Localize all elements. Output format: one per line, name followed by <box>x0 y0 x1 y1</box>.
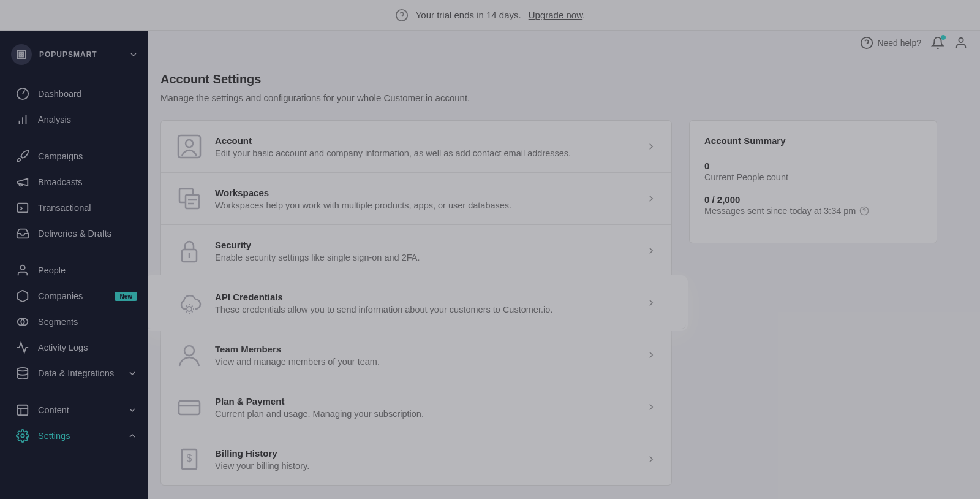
help-circle-icon <box>860 36 873 50</box>
row-description: View and manage members of your team. <box>215 357 633 367</box>
terminal-icon <box>16 201 29 215</box>
svg-point-24 <box>186 140 193 147</box>
messages-label: Messages sent since today at 3:34 pm <box>704 206 922 216</box>
rocket-icon <box>16 150 29 163</box>
sidebar-item-label: Companies <box>38 291 106 301</box>
row-description: Edit your basic account and company info… <box>215 148 633 158</box>
sidebar-item-campaigns[interactable]: Campaigns <box>0 143 148 169</box>
svg-rect-11 <box>18 204 28 213</box>
sidebar-item-broadcasts[interactable]: Broadcasts <box>0 169 148 195</box>
sidebar-item-label: Data & Integrations <box>38 368 119 378</box>
row-title: Workspaces <box>215 188 633 198</box>
sidebar-item-segments[interactable]: Segments <box>0 309 148 335</box>
user-outline-icon <box>176 341 203 368</box>
svg-point-31 <box>187 307 192 311</box>
svg-rect-3 <box>19 52 21 54</box>
svg-point-15 <box>18 368 28 371</box>
settings-row-account[interactable]: AccountEdit your basic account and compa… <box>161 121 671 173</box>
settings-row-team-members[interactable]: Team MembersView and manage members of y… <box>161 329 671 381</box>
new-badge: New <box>115 292 137 301</box>
user-menu-icon[interactable] <box>954 36 968 50</box>
sidebar-item-companies[interactable]: CompaniesNew <box>0 283 148 309</box>
svg-point-22 <box>959 37 963 42</box>
gear-icon <box>16 429 29 443</box>
megaphone-icon <box>16 175 29 189</box>
row-title: Billing History <box>215 448 633 459</box>
sidebar-item-label: Segments <box>38 317 137 327</box>
top-bar: Need help? <box>148 31 980 55</box>
chevron-right-icon <box>646 349 657 360</box>
svg-point-19 <box>21 434 24 438</box>
messages-value: 0 / 2,000 <box>704 194 922 205</box>
sidebar: POPUPSMART DashboardAnalysisCampaignsBro… <box>0 31 148 499</box>
sidebar-item-label: Broadcasts <box>38 177 137 187</box>
chevron-right-icon <box>646 141 657 152</box>
account-icon <box>176 133 203 160</box>
gauge-icon <box>16 87 29 101</box>
upgrade-link[interactable]: Upgrade now <box>529 10 582 20</box>
svg-rect-5 <box>19 55 21 57</box>
sidebar-item-transactional[interactable]: Transactional <box>0 195 148 221</box>
need-help-link[interactable]: Need help? <box>860 36 921 50</box>
sidebar-item-label: Transactional <box>38 203 137 213</box>
workspace-name: POPUPSMART <box>39 50 121 59</box>
cube-icon <box>16 289 29 303</box>
sidebar-item-analysis[interactable]: Analysis <box>0 107 148 132</box>
row-description: Current plan and usage. Managing your su… <box>215 409 633 419</box>
svg-text:$: $ <box>187 453 192 463</box>
svg-rect-26 <box>186 195 199 208</box>
account-summary-card: Account Summary 0 Current People count 0… <box>689 120 937 243</box>
circles-icon <box>16 315 29 329</box>
row-title: Security <box>215 240 633 250</box>
sidebar-item-dashboard[interactable]: Dashboard <box>0 81 148 107</box>
settings-row-security[interactable]: SecurityEnable security settings like si… <box>161 225 671 277</box>
chart-icon <box>16 113 29 126</box>
settings-list: AccountEdit your basic account and compa… <box>160 120 672 486</box>
people-count-value: 0 <box>704 161 922 171</box>
layout-icon <box>16 403 29 417</box>
settings-row-workspaces[interactable]: WorkspacesWorkspaces help you work with … <box>161 173 671 225</box>
page-subtitle: Manage the settings and configurations f… <box>160 93 968 103</box>
settings-row-plan-payment[interactable]: Plan & PaymentCurrent plan and usage. Ma… <box>161 381 671 433</box>
sidebar-item-settings[interactable]: Settings <box>0 423 148 449</box>
sidebar-item-content[interactable]: Content <box>0 397 148 423</box>
row-title: API Credentials <box>215 292 633 302</box>
trial-banner: Your trial ends in 14 days. Upgrade now. <box>0 0 980 31</box>
sidebar-item-label: Campaigns <box>38 151 137 161</box>
row-description: Workspaces help you work with multiple p… <box>215 200 633 210</box>
database-icon <box>16 367 29 380</box>
sidebar-item-activity-logs[interactable]: Activity Logs <box>0 335 148 360</box>
receipt-icon: $ <box>176 446 203 473</box>
notification-dot <box>941 35 946 40</box>
sidebar-item-label: Dashboard <box>38 89 137 99</box>
sidebar-item-data-integrations[interactable]: Data & Integrations <box>0 360 148 386</box>
row-description: View your billing history. <box>215 461 633 471</box>
sidebar-item-deliveries-drafts[interactable]: Deliveries & Drafts <box>0 221 148 246</box>
row-title: Plan & Payment <box>215 396 633 406</box>
svg-rect-6 <box>22 55 24 57</box>
row-title: Account <box>215 135 633 146</box>
chevron-right-icon <box>646 402 657 413</box>
svg-rect-16 <box>18 405 28 416</box>
chevron-down-icon <box>129 50 138 59</box>
sidebar-item-label: People <box>38 265 137 275</box>
help-circle-icon <box>395 9 409 22</box>
people-count-label: Current People count <box>704 172 922 182</box>
notifications-icon[interactable] <box>931 36 944 50</box>
svg-point-32 <box>184 346 194 356</box>
svg-rect-4 <box>22 52 24 54</box>
workspace-selector[interactable]: POPUPSMART <box>0 38 148 76</box>
svg-rect-33 <box>179 401 200 414</box>
sidebar-item-label: Activity Logs <box>38 343 137 352</box>
page-title: Account Settings <box>160 72 968 86</box>
settings-row-billing-history[interactable]: $Billing HistoryView your billing histor… <box>161 433 671 485</box>
sidebar-item-label: Analysis <box>38 115 137 124</box>
info-icon[interactable] <box>859 206 869 216</box>
svg-point-12 <box>20 265 24 270</box>
inbox-icon <box>16 227 29 240</box>
sidebar-item-people[interactable]: People <box>0 257 148 283</box>
row-description: Enable security settings like single sig… <box>215 253 633 262</box>
workspace-avatar-icon <box>11 44 32 65</box>
cloud-gear-icon <box>176 289 203 316</box>
settings-row-api-credentials[interactable]: API CredentialsThese credentials allow y… <box>148 277 686 329</box>
